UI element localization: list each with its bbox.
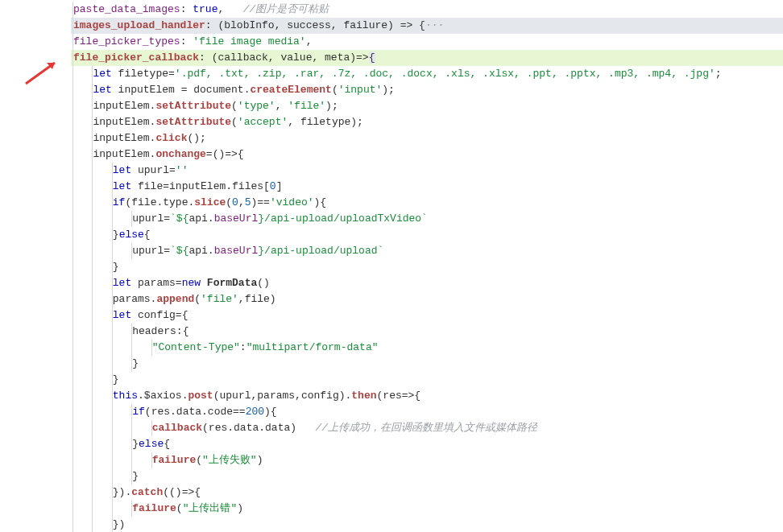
code-line: upurl=`${api.baseUrl}/api-upload/uploadT… <box>71 211 783 227</box>
code-line: file_picker_types: 'file image media', <box>71 34 783 50</box>
code-line: let file=inputElem.files[0] <box>71 179 783 195</box>
code-line: callback(res.data.data) //上传成功，在回调函数里填入文… <box>71 420 783 436</box>
code-line: params.append('file',file) <box>71 291 783 307</box>
code-line: } <box>71 356 783 372</box>
code-line: headers:{ <box>71 324 783 340</box>
code-line: }) <box>71 517 783 532</box>
code-line: failure("上传出错") <box>71 501 783 517</box>
code-line: if(res.data.code==200){ <box>71 404 783 420</box>
code-line: let inputElem = document.createElement('… <box>71 82 783 98</box>
code-line: paste_data_images: true, //图片是否可粘贴 <box>71 2 783 18</box>
code-line: inputElem.click(); <box>71 130 783 146</box>
code-line: }else{ <box>71 227 783 243</box>
code-line: "Content-Type":"multipart/form-data" <box>71 340 783 356</box>
arrow-annotation-icon <box>23 58 61 87</box>
code-line: } <box>71 468 783 485</box>
code-line: upurl=`${api.baseUrl}/api-upload/upload` <box>71 243 783 259</box>
code-line: let params=new FormData() <box>71 275 783 291</box>
code-line: } <box>71 372 783 388</box>
code-line: failure("上传失败") <box>71 452 783 468</box>
code-line: inputElem.setAttribute('type', 'file'); <box>71 98 783 114</box>
code-line: }else{ <box>71 436 783 452</box>
code-line: let upurl='' <box>71 163 783 179</box>
code-editor[interactable]: paste_data_images: true, //图片是否可粘贴 image… <box>0 0 783 532</box>
code-line: inputElem.setAttribute('accept', filetyp… <box>71 114 783 130</box>
code-line: let config={ <box>71 307 783 324</box>
code-line: }).catch(()=>{ <box>71 485 783 501</box>
code-line: let filetype='.pdf, .txt, .zip, .rar, .7… <box>71 66 783 82</box>
code-line: file_picker_callback: (callback, value, … <box>71 50 783 66</box>
code-line: this.$axios.post(upurl,params,config).th… <box>71 388 783 404</box>
code-line: inputElem.onchange=()=>{ <box>71 146 783 163</box>
code-line: if(file.type.slice(0,5)=='video'){ <box>71 195 783 211</box>
code-line: images_upload_handler: (blobInfo, succes… <box>71 18 783 34</box>
code-line: } <box>71 259 783 275</box>
